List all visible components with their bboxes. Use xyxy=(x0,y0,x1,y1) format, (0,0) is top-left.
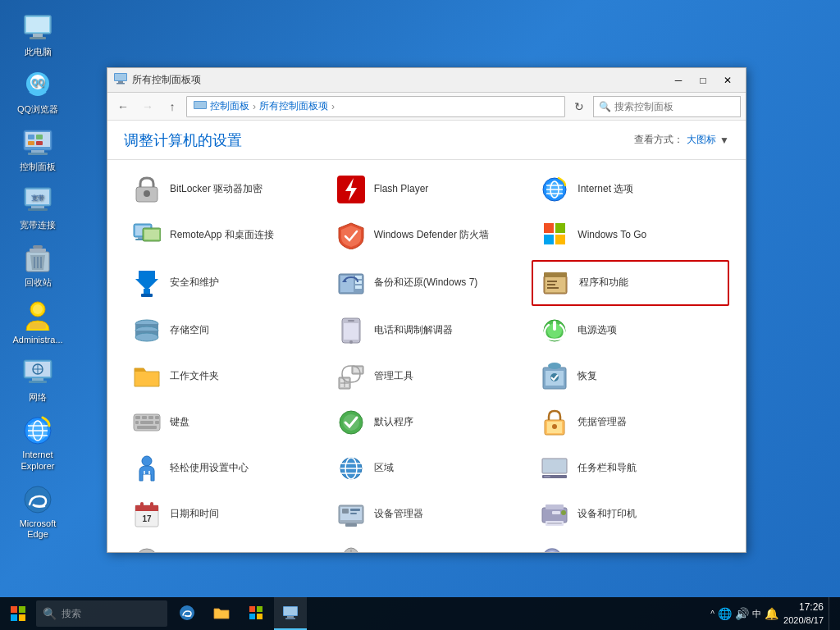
cp-item-region[interactable]: 区域 xyxy=(328,447,526,490)
svg-rect-31 xyxy=(32,378,43,381)
tray-network[interactable]: 🌐 xyxy=(718,607,732,620)
desktop-icon-admin[interactable]: Administra... xyxy=(8,296,67,349)
cp-item-search-index[interactable]: 索引选项 xyxy=(532,539,729,552)
svg-rect-168 xyxy=(249,614,255,619)
svg-rect-65 xyxy=(544,223,554,233)
svg-rect-17 xyxy=(31,206,44,208)
cp-item-storage[interactable]: 存储空间 xyxy=(124,309,322,352)
cp-item-default-programs[interactable]: 默认程序 xyxy=(328,401,526,444)
path-all-items[interactable]: 所有控制面板项 xyxy=(259,99,328,113)
devices-printers-label: 设备和打印机 xyxy=(578,508,637,521)
svg-rect-32 xyxy=(29,381,47,383)
cp-items-grid: BitLocker 驱动器加密 Flash Player xyxy=(124,168,729,552)
show-desktop-button[interactable] xyxy=(829,597,833,630)
credentials-icon xyxy=(540,408,569,437)
bitlocker-label: BitLocker 驱动器加密 xyxy=(170,183,262,196)
cp-item-admintools[interactable]: 管理工具 xyxy=(328,355,526,398)
cp-item-taskbar[interactable]: 任务栏和导航 xyxy=(532,447,729,490)
taskbar-nav-label: 任务栏和导航 xyxy=(578,462,637,475)
cp-item-devicemgr[interactable]: 设备管理器 xyxy=(328,493,526,536)
cp-item-devices-printers[interactable]: 设备和打印机 xyxy=(532,493,729,536)
path-control-panel[interactable]: 控制面板 xyxy=(210,99,249,113)
taskbar-search[interactable]: 🔍 搜索 xyxy=(36,600,167,627)
cp-item-ease[interactable]: 轻松使用设置中心 xyxy=(124,447,322,490)
back-button[interactable]: ← xyxy=(112,96,134,117)
cp-item-bitlocker[interactable]: BitLocker 驱动器加密 xyxy=(124,168,322,211)
cp-item-credentials[interactable]: 凭据管理器 xyxy=(532,401,729,444)
taskbar-cpanel[interactable] xyxy=(274,597,307,630)
cp-item-remoteapp[interactable]: RemoteApp 和桌面连接 xyxy=(124,214,322,257)
admintools-label: 管理工具 xyxy=(374,370,413,383)
desktop-icon-this-pc[interactable]: 此电脑 xyxy=(8,8,67,61)
svg-rect-139 xyxy=(350,509,360,511)
refresh-button[interactable]: ↻ xyxy=(568,96,590,117)
svg-rect-145 xyxy=(547,523,562,524)
forward-button[interactable]: → xyxy=(137,96,158,117)
svg-rect-163 xyxy=(11,614,17,621)
cp-item-programs[interactable]: 程序和功能 xyxy=(532,260,729,306)
view-value[interactable]: 大图标 xyxy=(687,133,716,147)
taskbar-store[interactable] xyxy=(240,597,272,630)
credentials-label: 凭据管理器 xyxy=(578,416,627,429)
tray-volume[interactable]: 🔊 xyxy=(735,607,749,620)
taskbar-right: ^ 🌐 🔊 中 🔔 17:26 2020/8/17 xyxy=(710,597,840,630)
devicemgr-label: 设备管理器 xyxy=(374,508,423,521)
backup-label: 备份和还原(Windows 7) xyxy=(374,276,478,290)
mouse-icon xyxy=(336,546,366,552)
control-panel-label: 控制面板 xyxy=(20,162,56,172)
svg-rect-1 xyxy=(26,17,49,32)
recovery-label: 恢复 xyxy=(578,370,597,383)
desktop-icon-broadband[interactable]: 宽带 宽带连接 xyxy=(8,181,67,234)
storage-icon xyxy=(132,316,162,345)
recycle-icon xyxy=(21,242,54,275)
ease-label: 轻松使用设置中心 xyxy=(170,462,249,475)
default-programs-label: 默认程序 xyxy=(374,416,413,429)
search-index-icon xyxy=(540,546,569,552)
view-chevron: ▼ xyxy=(719,135,729,146)
cp-item-mouse[interactable]: 鼠标 xyxy=(328,539,526,552)
taskbar-explorer[interactable] xyxy=(205,597,238,630)
cp-item-recovery[interactable]: 恢复 xyxy=(532,355,729,398)
cp-item-backup[interactable]: 备份和还原(Windows 7) xyxy=(328,260,526,306)
up-button[interactable]: ↑ xyxy=(162,96,183,117)
svg-rect-110 xyxy=(155,416,159,419)
svg-rect-166 xyxy=(249,606,255,612)
svg-rect-142 xyxy=(542,508,567,523)
view-selector[interactable]: 查看方式： 大图标 ▼ xyxy=(634,133,729,147)
start-button[interactable] xyxy=(0,597,36,630)
cp-item-defender[interactable]: Windows Defender 防火墙 xyxy=(328,214,526,257)
cp-item-sound[interactable]: 声音 xyxy=(124,539,322,552)
close-button[interactable]: ✕ xyxy=(716,71,739,89)
taskbar-edge[interactable] xyxy=(171,597,203,630)
svg-rect-71 xyxy=(141,294,153,297)
cp-item-workfolders[interactable]: 工作文件夹 xyxy=(124,355,322,398)
cp-item-phone[interactable]: 电话和调制解调器 xyxy=(328,309,526,352)
keyboard-icon xyxy=(132,408,162,437)
svg-rect-169 xyxy=(257,614,262,619)
svg-rect-92 xyxy=(348,320,354,322)
desktop-icon-qq[interactable]: QQ QQ浏览器 xyxy=(8,66,67,118)
cp-item-power[interactable]: 电源选项 xyxy=(532,309,729,352)
tray-language[interactable]: 中 xyxy=(752,608,761,620)
svg-rect-28 xyxy=(30,322,46,329)
desktop-icon-control-panel[interactable]: 控制面板 xyxy=(8,123,67,176)
address-path[interactable]: 控制面板 › 所有控制面板项 › xyxy=(186,96,565,117)
tray-action-center[interactable]: 🔔 xyxy=(765,607,778,620)
cp-window-title: 所有控制面板项 xyxy=(132,73,667,87)
this-pc-label: 此电脑 xyxy=(25,47,52,57)
desktop-icon-edge[interactable]: Microsoft Edge xyxy=(8,480,67,543)
cp-item-security[interactable]: 安全和维护 xyxy=(124,260,322,306)
desktop-icon-recycle[interactable]: 回收站 xyxy=(8,239,67,291)
taskbar-clock[interactable]: 17:26 2020/8/17 xyxy=(783,600,824,627)
minimize-button[interactable]: ─ xyxy=(667,71,690,89)
maximize-button[interactable]: □ xyxy=(692,71,714,89)
tray-chevron[interactable]: ^ xyxy=(710,609,714,619)
search-input[interactable] xyxy=(614,101,737,112)
desktop-icon-network[interactable]: 网络 xyxy=(8,354,67,406)
cp-item-keyboard[interactable]: 键盘 xyxy=(124,401,322,444)
cp-item-flash[interactable]: Flash Player xyxy=(328,168,526,211)
cp-item-windows-to-go[interactable]: Windows To Go xyxy=(532,214,729,257)
desktop-icon-ie[interactable]: Internet Explorer xyxy=(8,411,67,474)
cp-item-datetime[interactable]: 17 日期和时间 xyxy=(124,493,322,536)
cp-item-internet-options[interactable]: Internet 选项 xyxy=(532,168,729,211)
